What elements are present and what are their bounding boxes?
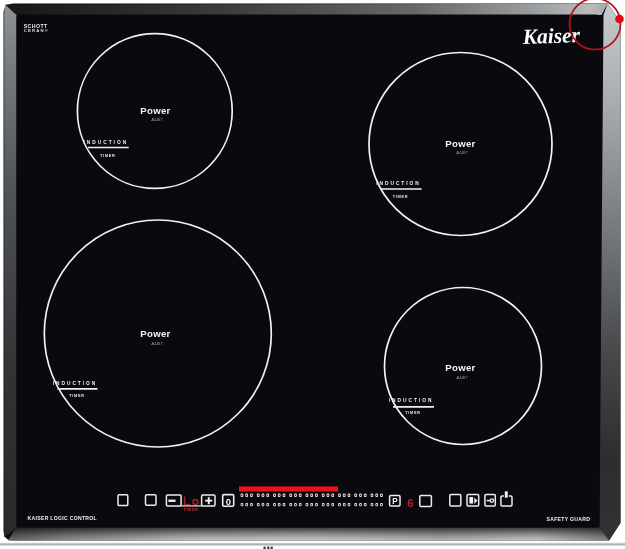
svg-text:AJ-IK7: AJ-IK7: [456, 151, 469, 155]
svg-text:TIMER: TIMER: [405, 410, 421, 415]
svg-text:INDUCTION: INDUCTION: [53, 381, 98, 386]
svg-text:KAISER LOGIC CONTROL: KAISER LOGIC CONTROL: [28, 515, 97, 521]
svg-text:TIMER: TIMER: [184, 507, 199, 512]
svg-text:INDUCTION: INDUCTION: [389, 398, 434, 403]
svg-text:Power: Power: [140, 105, 170, 116]
svg-text:CERAN®: CERAN®: [24, 28, 49, 33]
svg-text:Power: Power: [445, 138, 475, 149]
svg-text:Power: Power: [445, 362, 475, 373]
svg-text:INDUCTION: INDUCTION: [376, 181, 421, 186]
svg-text:SAFETY GUARD: SAFETY GUARD: [547, 516, 591, 522]
svg-text:TIMER: TIMER: [69, 393, 85, 398]
svg-text:TIMER: TIMER: [100, 153, 116, 158]
svg-text:P: P: [392, 497, 398, 506]
svg-text:TIMER: TIMER: [393, 194, 409, 199]
svg-text:INDUCTION: INDUCTION: [83, 140, 128, 145]
svg-text:AJ-IK7: AJ-IK7: [151, 118, 164, 122]
svg-text:Power: Power: [140, 328, 170, 339]
svg-text:0: 0: [226, 496, 231, 507]
svg-text:AJ-IK7: AJ-IK7: [151, 342, 164, 346]
svg-text:AJ-IK7: AJ-IK7: [456, 376, 469, 380]
svg-text:6: 6: [407, 497, 413, 509]
